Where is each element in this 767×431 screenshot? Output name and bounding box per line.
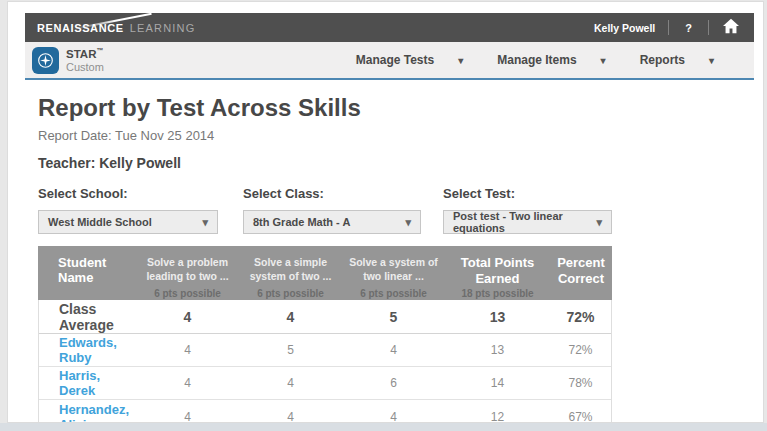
home-button[interactable] [722, 18, 740, 38]
score-cell: 5 [239, 343, 342, 357]
test-select-value: Post test - Two linear equations [453, 210, 596, 234]
table-header: Student Name Solve a problemleading to t… [38, 246, 612, 300]
score-cell: 4 [136, 376, 239, 390]
student-name-link[interactable]: Edwards, Ruby [59, 335, 117, 365]
chevron-down-icon [458, 53, 463, 67]
main-content: Report by Test Across Skills Report Date… [8, 94, 763, 423]
score-cell: 4 [342, 410, 445, 424]
table-body: Class Average 4 4 5 13 72% Edwards, Ruby… [38, 300, 612, 423]
class-select[interactable]: 8th Grade Math - A [243, 210, 421, 234]
points-possible: 18 pts possible [447, 288, 548, 299]
student-row: Hernandez, Alicia 4 4 4 12 67% [39, 400, 611, 423]
nav-label: Manage Items [497, 53, 576, 67]
test-select[interactable]: Post test - Two linear equations [443, 210, 612, 234]
percent-cell: 72% [550, 309, 611, 325]
renaissance-logo: RENAISSANCE LEARNING [37, 22, 196, 34]
chevron-down-icon [405, 216, 411, 228]
topbar-divider [668, 20, 669, 35]
points-possible: 6 pts possible [241, 288, 340, 299]
class-filter-group: Select Class: 8th Grade Math - A [243, 184, 421, 234]
percent-cell: 78% [550, 376, 611, 390]
chevron-down-icon [596, 216, 602, 228]
home-icon [722, 18, 740, 38]
product-subname: Custom [66, 61, 104, 74]
chevron-down-icon [709, 53, 714, 67]
percent-cell: 72% [550, 343, 611, 357]
nav-manage-tests[interactable]: Manage Tests [356, 53, 464, 67]
test-filter-group: Select Test: Post test - Two linear equa… [443, 184, 612, 234]
score-cell: 4 [136, 343, 239, 357]
total-points-cell: 13 [445, 343, 550, 357]
topbar-right: Kelly Powell ? [594, 18, 740, 38]
page: RENAISSANCE LEARNING Kelly Powell ? [7, 1, 764, 423]
student-row: Harris, Derek 4 4 6 14 78% [39, 367, 611, 400]
renaissance-logo-secondary: LEARNING [130, 22, 196, 34]
nav-label: Manage Tests [356, 53, 434, 67]
page-title: Report by Test Across Skills [38, 94, 763, 122]
col-header-student-name: Student Name [38, 246, 136, 305]
nav-label: Reports [640, 53, 685, 67]
screen: RENAISSANCE LEARNING Kelly Powell ? [0, 0, 767, 431]
student-row: Edwards, Ruby 4 5 4 13 72% [39, 334, 611, 367]
product-bar: STAR™ Custom Manage Tests Manage Items R… [25, 42, 754, 80]
col-header-skill-3: Solve a system oftwo linear ... 6 pts po… [342, 246, 445, 305]
page-bottom-edge [0, 423, 767, 431]
renaissance-logo-primary: RENAISSANCE [37, 22, 124, 34]
school-select[interactable]: West Middle School [38, 210, 218, 234]
product-name: STAR™ [66, 47, 104, 61]
school-filter-group: Select School: West Middle School [38, 184, 218, 234]
score-cell: 4 [136, 309, 239, 325]
col-header-percent-correct: PercentCorrect [550, 246, 612, 305]
score-cell: 4 [136, 410, 239, 424]
total-points-cell: 13 [445, 309, 550, 325]
student-name-link[interactable]: Harris, Derek [59, 368, 100, 398]
points-possible: 6 pts possible [138, 288, 237, 299]
percent-cell: 67% [550, 410, 611, 424]
total-points-cell: 14 [445, 376, 550, 390]
total-points-cell: 12 [445, 410, 550, 424]
test-filter-label: Select Test: [443, 186, 515, 201]
score-cell: 4 [239, 309, 342, 325]
user-name[interactable]: Kelly Powell [594, 22, 655, 34]
col-header-skill-1: Solve a problemleading to two ... 6 pts … [136, 246, 239, 305]
class-average-label: Class Average [39, 301, 136, 333]
col-header-skill-2: Solve a simplesystem of two ... 6 pts po… [239, 246, 342, 305]
school-select-value: West Middle School [48, 216, 152, 228]
score-cell: 4 [239, 410, 342, 424]
teacher-line: Teacher: Kelly Powell [38, 155, 763, 171]
star-compass-icon [32, 47, 59, 74]
class-filter-label: Select Class: [243, 186, 324, 201]
student-name-link[interactable]: Hernandez, Alicia [59, 402, 129, 424]
filters-row: Select School: West Middle School Select… [38, 184, 763, 234]
score-cell: 5 [342, 309, 445, 325]
school-filter-label: Select School: [38, 186, 128, 201]
main-nav: Manage Tests Manage Items Reports [356, 53, 754, 67]
trademark: ™ [96, 47, 103, 54]
points-possible: 6 pts possible [344, 288, 443, 299]
col-header-total-points: Total PointsEarned 18 pts possible [445, 246, 550, 305]
class-average-row: Class Average 4 4 5 13 72% [39, 300, 611, 334]
chevron-down-icon [601, 53, 606, 67]
report-date: Report Date: Tue Nov 25 2014 [38, 128, 763, 143]
top-header-bar: RENAISSANCE LEARNING Kelly Powell ? [25, 13, 754, 42]
report-table: Student Name Solve a problemleading to t… [38, 246, 612, 423]
topbar-divider [708, 20, 709, 35]
score-cell: 4 [239, 376, 342, 390]
score-cell: 4 [342, 343, 445, 357]
score-cell: 6 [342, 376, 445, 390]
nav-reports[interactable]: Reports [640, 53, 714, 67]
help-button[interactable]: ? [682, 22, 695, 34]
chevron-down-icon [202, 216, 208, 228]
class-select-value: 8th Grade Math - A [253, 216, 350, 228]
product-name-block: STAR™ Custom [66, 47, 104, 74]
nav-manage-items[interactable]: Manage Items [497, 53, 605, 67]
